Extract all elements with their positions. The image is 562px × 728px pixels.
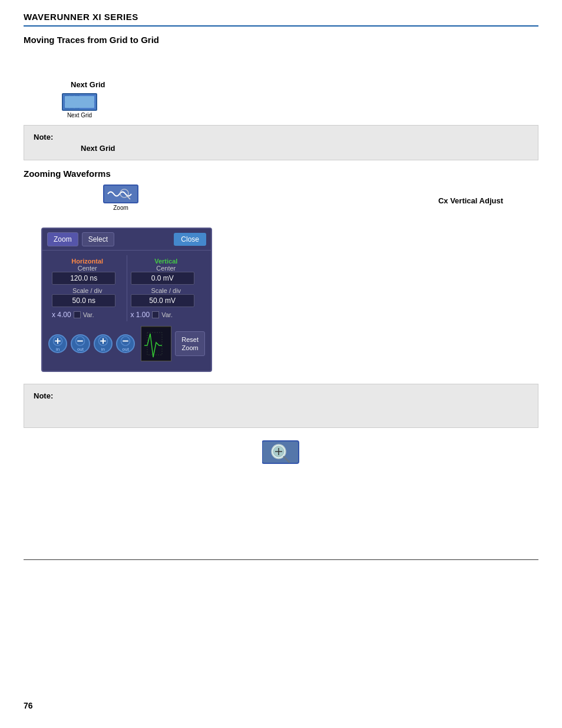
vert-section: Vertical Center 0.0 mV Scale / div 50.0 … — [127, 255, 206, 321]
zoom-labels-row: Horizontal Center 120.0 ns Scale / div 5… — [48, 255, 205, 321]
next-grid-label-above: Next Grid — [71, 80, 538, 89]
v-multiplier: x 1.00 — [131, 311, 150, 319]
next-grid-icon-label: Next Grid — [67, 112, 92, 118]
svg-rect-4 — [65, 103, 79, 108]
zoom-icon-label: Zoom — [113, 205, 128, 211]
cx-vertical-adjust-label: Cx Vertical Adjust — [438, 196, 503, 205]
waveform-thumbnail — [141, 326, 171, 361]
v-zoom-out-button[interactable]: out — [116, 334, 135, 353]
h-var-label: Var. — [83, 311, 94, 318]
section-heading-zooming: Zooming Waveforms — [24, 169, 538, 179]
zoom-icon-image — [103, 185, 138, 203]
v-mult-row: x 1.00 Var. — [131, 311, 202, 319]
page-header: WaveRunner Xi Series — [24, 12, 538, 27]
section-heading-moving-traces: Moving Traces from Grid to Grid — [24, 35, 538, 45]
zoom-icon-row: Zoom Cx Vertical Adjust — [24, 185, 538, 216]
h-mult-row: x 4.00 Var. — [52, 311, 123, 319]
h-scale-div-label: Scale / div — [52, 287, 123, 294]
horiz-section: Horizontal Center 120.0 ns Scale / div 5… — [48, 255, 127, 321]
v-var-checkbox[interactable] — [152, 311, 159, 318]
page-title: WaveRunner Xi Series — [24, 12, 538, 22]
v-center-label: Center — [131, 265, 202, 272]
v-scale-value[interactable]: 50.0 mV — [131, 294, 194, 307]
h-zoom-in-button[interactable]: in — [48, 334, 67, 353]
zoom-dialog: Zoom Select Close Horizontal Center 120.… — [41, 228, 212, 372]
v-scale-div-label: Scale / div — [131, 287, 202, 294]
v-center-value[interactable]: 0.0 mV — [131, 272, 194, 285]
vertical-label: Vertical — [131, 258, 202, 265]
magnifier-container — [24, 436, 538, 471]
note-box-1: Note: Next Grid — [24, 125, 538, 160]
v-out-label: out — [123, 347, 129, 352]
page-number: 76 — [24, 701, 33, 710]
zoom-tab[interactable]: Zoom — [47, 232, 78, 246]
note-box-2: Note: — [24, 384, 538, 428]
h-zoom-out-button[interactable]: out — [71, 334, 90, 353]
zoom-dialog-body: Horizontal Center 120.0 ns Scale / div 5… — [42, 251, 211, 366]
zoom-dialog-header: Zoom Select Close — [42, 229, 211, 251]
v-var-label: Var. — [161, 311, 173, 318]
zoom-icon-container: Zoom — [100, 185, 141, 211]
reset-zoom-button[interactable]: ResetZoom — [175, 331, 205, 357]
h-var-checkbox[interactable] — [74, 311, 81, 318]
select-tab[interactable]: Select — [82, 232, 114, 246]
svg-rect-0 — [65, 95, 79, 101]
horizontal-label: Horizontal — [52, 258, 123, 265]
title-waverunner: WaveRunner Xi Series — [24, 12, 138, 22]
note-content-1: Next Grid — [81, 144, 115, 153]
svg-marker-8 — [81, 99, 93, 105]
h-multiplier: x 4.00 — [52, 311, 71, 319]
reset-zoom-label: ResetZoom — [181, 336, 199, 351]
h-out-label: out — [77, 347, 84, 352]
note-title-2: Note: — [34, 391, 528, 400]
h-center-label: Center — [52, 265, 123, 272]
svg-rect-9 — [105, 186, 137, 202]
next-grid-icon: Next Grid — [59, 93, 100, 119]
v-in-label: in — [101, 347, 105, 352]
h-scale-value[interactable]: 50.0 ns — [52, 294, 115, 307]
h-in-label: in — [56, 347, 59, 352]
h-center-value[interactable]: 120.0 ns — [52, 272, 115, 285]
note-title-1: Note: — [34, 133, 528, 141]
magnifier-icon — [262, 436, 300, 471]
page-footer-divider — [24, 559, 538, 560]
next-grid-icon-image — [62, 93, 97, 111]
close-button[interactable]: Close — [174, 233, 206, 246]
zoom-buttons-row: in out in — [48, 326, 205, 361]
v-zoom-in-button[interactable]: in — [94, 334, 113, 353]
